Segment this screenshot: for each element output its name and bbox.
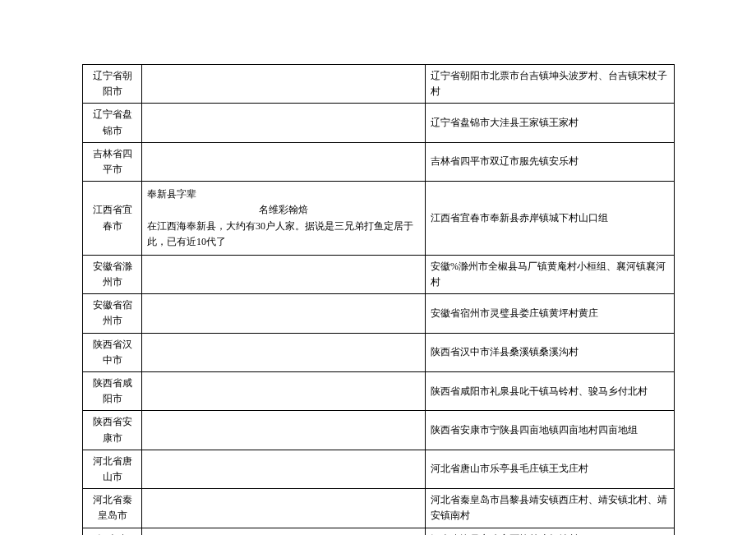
region-cell: 吉林省四平市 — [83, 142, 142, 181]
detail-cell: 陕西省安康市宁陕县四亩地镇四亩地村四亩地组 — [426, 411, 675, 450]
table-row: 吉林省四平市 吉林省四平市双辽市服先镇安乐村 — [83, 142, 675, 181]
detail-cell: 河南省许昌市建安区榆林乡桓坡村 — [426, 528, 675, 535]
middle-line2: 名维彩翰焙 — [147, 202, 420, 218]
middle-cell — [142, 411, 426, 450]
table-row: 河北省唐山市 河北省唐山市乐亭县毛庄镇王戈庄村 — [83, 450, 675, 488]
middle-cell — [142, 528, 426, 535]
detail-cell: 陕西省咸阳市礼泉县叱干镇马铃村、骏马乡付北村 — [426, 372, 675, 411]
region-cell: 辽宁省朝阳市 — [83, 65, 142, 104]
table-row: 江西省宜春市 奉新县字辈 名维彩翰焙 在江西海奉新县，大约有30户人家。据说是三… — [83, 182, 675, 256]
middle-cell — [142, 450, 426, 488]
middle-cell — [142, 294, 426, 333]
region-cell: 河北省唐山市 — [83, 450, 142, 488]
middle-cell — [142, 142, 426, 181]
detail-cell: 河北省唐山市乐亭县毛庄镇王戈庄村 — [426, 450, 675, 488]
middle-cell — [142, 255, 426, 293]
middle-line1: 奉新县字辈 — [147, 187, 420, 202]
detail-cell: 江西省宜春市奉新县赤岸镇城下村山口组 — [426, 182, 675, 256]
detail-cell: 安徽省宿州市灵璧县娄庄镇黄坪村黄庄 — [426, 294, 675, 333]
table-row: 陕西省汉中市 陕西省汉中市洋县桑溪镇桑溪沟村 — [83, 333, 675, 371]
region-cell: 陕西省安康市 — [83, 411, 142, 450]
middle-cell: 奉新县字辈 名维彩翰焙 在江西海奉新县，大约有30户人家。据说是三兄弟打鱼定居于… — [142, 182, 426, 256]
table-row: 河南省 河南省许昌市建安区榆林乡桓坡村 — [83, 528, 675, 535]
middle-cell — [142, 333, 426, 371]
region-cell: 陕西省咸阳市 — [83, 372, 142, 411]
region-cell: 江西省宜春市 — [83, 182, 142, 256]
region-table: 辽宁省朝阳市 辽宁省朝阳市北票市台吉镇坤头波罗村、台吉镇宋杖子村 辽宁省盘锦市 … — [82, 64, 675, 535]
region-cell: 辽宁省盘锦市 — [83, 104, 142, 142]
detail-cell: 辽宁省盘锦市大洼县王家镇王家村 — [426, 104, 675, 142]
detail-cell: 陕西省汉中市洋县桑溪镇桑溪沟村 — [426, 333, 675, 371]
table-row: 河北省秦皇岛市 河北省秦皇岛市昌黎县靖安镇西庄村、靖安镇北村、靖安镇南村 — [83, 489, 675, 528]
table-row: 陕西省咸阳市 陕西省咸阳市礼泉县叱干镇马铃村、骏马乡付北村 — [83, 372, 675, 411]
region-cell: 陕西省汉中市 — [83, 333, 142, 371]
table-row: 陕西省安康市 陕西省安康市宁陕县四亩地镇四亩地村四亩地组 — [83, 411, 675, 450]
detail-cell: 辽宁省朝阳市北票市台吉镇坤头波罗村、台吉镇宋杖子村 — [426, 65, 675, 104]
table-row: 安徽省宿州市 安徽省宿州市灵璧县娄庄镇黄坪村黄庄 — [83, 294, 675, 333]
middle-cell — [142, 372, 426, 411]
middle-cell — [142, 489, 426, 528]
middle-cell — [142, 104, 426, 142]
middle-line3: 在江西海奉新县，大约有30户人家。据说是三兄弟打鱼定居于此，已有近10代了 — [147, 219, 420, 250]
table-row: 安徽省滁州市 安徽%滁州市全椒县马厂镇黄庵村小桓组、襄河镇襄河村 — [83, 255, 675, 293]
middle-cell — [142, 65, 426, 104]
detail-cell: 安徽%滁州市全椒县马厂镇黄庵村小桓组、襄河镇襄河村 — [426, 255, 675, 293]
table-row: 辽宁省盘锦市 辽宁省盘锦市大洼县王家镇王家村 — [83, 104, 675, 142]
region-cell: 河南省 — [83, 528, 142, 535]
table-row: 辽宁省朝阳市 辽宁省朝阳市北票市台吉镇坤头波罗村、台吉镇宋杖子村 — [83, 65, 675, 104]
detail-cell: 吉林省四平市双辽市服先镇安乐村 — [426, 142, 675, 181]
region-cell: 安徽省滁州市 — [83, 255, 142, 293]
region-cell: 安徽省宿州市 — [83, 294, 142, 333]
region-cell: 河北省秦皇岛市 — [83, 489, 142, 528]
detail-cell: 河北省秦皇岛市昌黎县靖安镇西庄村、靖安镇北村、靖安镇南村 — [426, 489, 675, 528]
